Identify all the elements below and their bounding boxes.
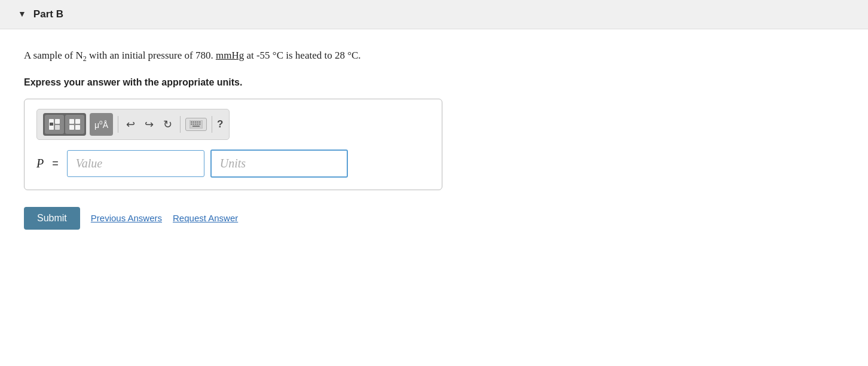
bottom-actions: Submit Previous Answers Request Answer xyxy=(24,207,844,230)
svg-rect-17 xyxy=(197,123,198,124)
keyboard-icon xyxy=(190,120,203,129)
svg-rect-10 xyxy=(192,121,194,123)
p-label: P xyxy=(36,157,44,170)
greek-chars-button[interactable]: μoÅ xyxy=(90,113,113,136)
svg-rect-9 xyxy=(191,121,192,123)
template-button-1[interactable] xyxy=(45,115,64,134)
undo-icon: ↩ xyxy=(126,118,135,131)
instruction-text: Express your answer with the appropriate… xyxy=(24,77,844,88)
svg-rect-18 xyxy=(199,123,201,124)
svg-rect-1 xyxy=(50,123,53,126)
n2-symbol: N xyxy=(75,50,82,61)
svg-rect-14 xyxy=(191,123,192,124)
greek-sup: o xyxy=(99,119,103,126)
answer-box: μoÅ ↩ ↪ ↻ xyxy=(24,99,442,190)
previous-answers-button[interactable]: Previous Answers xyxy=(91,213,162,223)
text-temp1: at -55 xyxy=(244,50,273,61)
text-before-n2: A sample of xyxy=(24,50,75,61)
toolbar-separator-2 xyxy=(180,116,181,133)
part-title: Part B xyxy=(33,8,63,20)
svg-rect-6 xyxy=(69,125,74,130)
svg-rect-19 xyxy=(192,126,200,127)
help-icon: ? xyxy=(217,118,223,130)
main-content: A sample of N2 with an initial pressure … xyxy=(0,29,868,248)
keyboard-button[interactable] xyxy=(185,118,207,131)
toolbar-template-group xyxy=(43,113,86,136)
degree-c2: °C xyxy=(347,50,358,61)
toolbar-separator-3 xyxy=(212,116,212,133)
svg-rect-4 xyxy=(69,119,74,124)
request-answer-button[interactable]: Request Answer xyxy=(173,213,238,223)
pressure-unit: mmHg xyxy=(216,50,244,61)
input-row: P = xyxy=(36,150,430,178)
svg-rect-5 xyxy=(75,119,80,124)
reset-button[interactable]: ↻ xyxy=(160,117,175,132)
toolbar-separator-1 xyxy=(118,116,118,133)
svg-rect-3 xyxy=(55,125,60,130)
help-button[interactable]: ? xyxy=(217,118,223,130)
degree-c1: °C xyxy=(273,50,283,61)
template-icon xyxy=(48,118,60,130)
template-button-2[interactable] xyxy=(65,115,84,134)
template-icon-2 xyxy=(69,118,81,130)
units-input[interactable] xyxy=(210,150,348,178)
value-input[interactable] xyxy=(67,150,204,177)
reset-icon: ↻ xyxy=(163,118,172,131)
toolbar: μoÅ ↩ ↪ ↻ xyxy=(36,109,230,140)
equals-sign: = xyxy=(52,157,59,170)
greek-label: μoÅ xyxy=(94,119,108,130)
text-after-n2: with an initial pressure of 780. xyxy=(87,50,216,61)
svg-rect-7 xyxy=(75,125,80,130)
svg-rect-16 xyxy=(195,123,197,124)
submit-button[interactable]: Submit xyxy=(24,207,80,230)
chevron-down-icon[interactable]: ▼ xyxy=(18,10,26,19)
period: . xyxy=(358,50,360,61)
redo-button[interactable]: ↪ xyxy=(142,117,157,132)
redo-icon: ↪ xyxy=(145,118,154,131)
svg-rect-2 xyxy=(55,119,60,124)
svg-rect-15 xyxy=(192,123,194,124)
problem-text: A sample of N2 with an initial pressure … xyxy=(24,47,844,65)
page-wrapper: ▼ Part B A sample of N2 with an initial … xyxy=(0,0,868,366)
undo-button[interactable]: ↩ xyxy=(123,117,138,132)
svg-rect-11 xyxy=(195,121,197,123)
svg-rect-12 xyxy=(197,121,198,123)
text-heated: is heated to 28 xyxy=(283,50,347,61)
svg-rect-13 xyxy=(199,121,201,123)
part-header: ▼ Part B xyxy=(0,0,868,29)
